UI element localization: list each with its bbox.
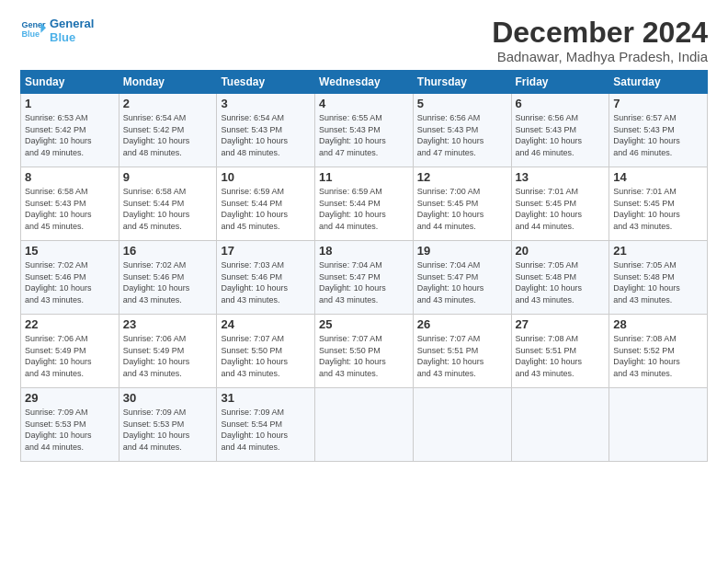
calendar-cell: 23 Sunrise: 7:06 AMSunset: 5:49 PMDaylig…	[119, 315, 217, 388]
calendar-cell: 4 Sunrise: 6:55 AMSunset: 5:43 PMDayligh…	[315, 94, 414, 167]
calendar-cell: 19 Sunrise: 7:04 AMSunset: 5:47 PMDaylig…	[413, 241, 511, 315]
day-number: 3	[221, 97, 311, 110]
calendar-cell: 30 Sunrise: 7:09 AMSunset: 5:53 PMDaylig…	[119, 388, 217, 462]
day-number: 20	[516, 244, 606, 258]
day-info: Sunrise: 7:07 AMSunset: 5:50 PMDaylight:…	[319, 334, 386, 378]
day-info: Sunrise: 6:55 AMSunset: 5:43 PMDaylight:…	[319, 113, 386, 157]
column-header-thursday: Thursday	[413, 71, 511, 94]
day-info: Sunrise: 6:56 AMSunset: 5:43 PMDaylight:…	[516, 113, 583, 157]
day-number: 13	[516, 170, 606, 184]
calendar-cell: 1 Sunrise: 6:53 AMSunset: 5:42 PMDayligh…	[21, 94, 119, 167]
day-info: Sunrise: 6:57 AMSunset: 5:43 PMDaylight:…	[613, 113, 680, 157]
day-number: 15	[25, 244, 115, 258]
day-info: Sunrise: 6:59 AMSunset: 5:44 PMDaylight:…	[221, 187, 288, 231]
day-info: Sunrise: 7:01 AMSunset: 5:45 PMDaylight:…	[613, 187, 680, 231]
calendar-cell: 25 Sunrise: 7:07 AMSunset: 5:50 PMDaylig…	[315, 315, 414, 388]
day-number: 23	[123, 317, 213, 331]
day-info: Sunrise: 6:54 AMSunset: 5:43 PMDaylight:…	[221, 113, 288, 157]
day-info: Sunrise: 7:09 AMSunset: 5:54 PMDaylight:…	[221, 408, 288, 452]
day-number: 30	[123, 391, 213, 405]
calendar-cell: 9 Sunrise: 6:58 AMSunset: 5:44 PMDayligh…	[119, 167, 217, 241]
calendar-week-row: 22 Sunrise: 7:06 AMSunset: 5:49 PMDaylig…	[21, 315, 708, 388]
calendar-cell: 31 Sunrise: 7:09 AMSunset: 5:54 PMDaylig…	[217, 388, 315, 462]
calendar-cell: 12 Sunrise: 7:00 AMSunset: 5:45 PMDaylig…	[413, 167, 511, 241]
calendar-cell: 21 Sunrise: 7:05 AMSunset: 5:48 PMDaylig…	[609, 241, 708, 315]
day-number: 27	[516, 317, 606, 331]
day-info: Sunrise: 6:53 AMSunset: 5:42 PMDaylight:…	[25, 113, 92, 157]
calendar-cell: 26 Sunrise: 7:07 AMSunset: 5:51 PMDaylig…	[413, 315, 511, 388]
day-info: Sunrise: 7:09 AMSunset: 5:53 PMDaylight:…	[25, 408, 92, 452]
calendar-cell	[609, 388, 708, 462]
calendar-cell	[413, 388, 511, 462]
day-info: Sunrise: 7:02 AMSunset: 5:46 PMDaylight:…	[123, 260, 190, 304]
day-info: Sunrise: 7:04 AMSunset: 5:47 PMDaylight:…	[319, 260, 386, 304]
calendar-cell: 28 Sunrise: 7:08 AMSunset: 5:52 PMDaylig…	[609, 315, 708, 388]
day-number: 4	[319, 97, 409, 110]
day-number: 7	[613, 97, 703, 110]
day-info: Sunrise: 6:58 AMSunset: 5:44 PMDaylight:…	[123, 187, 190, 231]
calendar-cell: 24 Sunrise: 7:07 AMSunset: 5:50 PMDaylig…	[217, 315, 315, 388]
calendar-cell: 7 Sunrise: 6:57 AMSunset: 5:43 PMDayligh…	[609, 94, 708, 167]
day-number: 22	[25, 317, 115, 331]
calendar-cell	[315, 388, 414, 462]
calendar-cell: 13 Sunrise: 7:01 AMSunset: 5:45 PMDaylig…	[511, 167, 609, 241]
location: Badnawar, Madhya Pradesh, India	[492, 49, 708, 64]
calendar-cell: 27 Sunrise: 7:08 AMSunset: 5:51 PMDaylig…	[511, 315, 609, 388]
calendar-cell: 29 Sunrise: 7:09 AMSunset: 5:53 PMDaylig…	[21, 388, 119, 462]
calendar-cell: 20 Sunrise: 7:05 AMSunset: 5:48 PMDaylig…	[511, 241, 609, 315]
calendar-page: General Blue General Blue December 2024 …	[0, 0, 728, 563]
day-info: Sunrise: 7:09 AMSunset: 5:53 PMDaylight:…	[123, 408, 190, 452]
day-number: 21	[613, 244, 703, 258]
title-block: December 2024 Badnawar, Madhya Pradesh, …	[492, 17, 708, 64]
day-number: 6	[516, 97, 606, 110]
day-info: Sunrise: 7:08 AMSunset: 5:51 PMDaylight:…	[516, 334, 583, 378]
calendar-cell: 3 Sunrise: 6:54 AMSunset: 5:43 PMDayligh…	[217, 94, 315, 167]
day-info: Sunrise: 7:07 AMSunset: 5:50 PMDaylight:…	[221, 334, 288, 378]
calendar-cell: 14 Sunrise: 7:01 AMSunset: 5:45 PMDaylig…	[609, 167, 708, 241]
day-info: Sunrise: 7:08 AMSunset: 5:52 PMDaylight:…	[613, 334, 680, 378]
column-header-wednesday: Wednesday	[315, 71, 414, 94]
day-number: 1	[25, 97, 115, 110]
column-header-monday: Monday	[119, 71, 217, 94]
calendar-header-row: SundayMondayTuesdayWednesdayThursdayFrid…	[21, 71, 708, 94]
calendar-week-row: 8 Sunrise: 6:58 AMSunset: 5:43 PMDayligh…	[21, 167, 708, 241]
day-number: 28	[613, 317, 703, 331]
day-info: Sunrise: 7:04 AMSunset: 5:47 PMDaylight:…	[417, 260, 484, 304]
column-header-sunday: Sunday	[21, 71, 119, 94]
calendar-cell: 22 Sunrise: 7:06 AMSunset: 5:49 PMDaylig…	[21, 315, 119, 388]
day-number: 17	[221, 244, 311, 258]
day-info: Sunrise: 6:54 AMSunset: 5:42 PMDaylight:…	[123, 113, 190, 157]
logo: General Blue General Blue	[20, 17, 94, 44]
header: General Blue General Blue December 2024 …	[20, 17, 708, 64]
calendar-body: 1 Sunrise: 6:53 AMSunset: 5:42 PMDayligh…	[21, 94, 708, 462]
day-info: Sunrise: 6:56 AMSunset: 5:43 PMDaylight:…	[417, 113, 484, 157]
day-info: Sunrise: 7:01 AMSunset: 5:45 PMDaylight:…	[516, 187, 583, 231]
calendar-cell: 6 Sunrise: 6:56 AMSunset: 5:43 PMDayligh…	[511, 94, 609, 167]
calendar-table: SundayMondayTuesdayWednesdayThursdayFrid…	[20, 70, 708, 462]
column-header-friday: Friday	[511, 71, 609, 94]
column-header-tuesday: Tuesday	[217, 71, 315, 94]
calendar-cell: 18 Sunrise: 7:04 AMSunset: 5:47 PMDaylig…	[315, 241, 414, 315]
day-info: Sunrise: 7:06 AMSunset: 5:49 PMDaylight:…	[123, 334, 190, 378]
calendar-cell: 15 Sunrise: 7:02 AMSunset: 5:46 PMDaylig…	[21, 241, 119, 315]
logo-icon: General Blue	[20, 17, 46, 43]
day-info: Sunrise: 7:03 AMSunset: 5:46 PMDaylight:…	[221, 260, 288, 304]
day-info: Sunrise: 6:59 AMSunset: 5:44 PMDaylight:…	[319, 187, 386, 231]
day-info: Sunrise: 6:58 AMSunset: 5:43 PMDaylight:…	[25, 187, 92, 231]
day-number: 29	[25, 391, 115, 405]
day-number: 18	[319, 244, 409, 258]
calendar-cell: 10 Sunrise: 6:59 AMSunset: 5:44 PMDaylig…	[217, 167, 315, 241]
day-number: 24	[221, 317, 311, 331]
calendar-cell: 16 Sunrise: 7:02 AMSunset: 5:46 PMDaylig…	[119, 241, 217, 315]
day-info: Sunrise: 7:00 AMSunset: 5:45 PMDaylight:…	[417, 187, 484, 231]
calendar-cell: 2 Sunrise: 6:54 AMSunset: 5:42 PMDayligh…	[119, 94, 217, 167]
day-number: 14	[613, 170, 703, 184]
day-info: Sunrise: 7:05 AMSunset: 5:48 PMDaylight:…	[613, 260, 680, 304]
day-number: 9	[123, 170, 213, 184]
month-title: December 2024	[492, 17, 708, 49]
calendar-week-row: 29 Sunrise: 7:09 AMSunset: 5:53 PMDaylig…	[21, 388, 708, 462]
day-number: 8	[25, 170, 115, 184]
day-info: Sunrise: 7:06 AMSunset: 5:49 PMDaylight:…	[25, 334, 92, 378]
day-info: Sunrise: 7:02 AMSunset: 5:46 PMDaylight:…	[25, 260, 92, 304]
calendar-cell	[511, 388, 609, 462]
